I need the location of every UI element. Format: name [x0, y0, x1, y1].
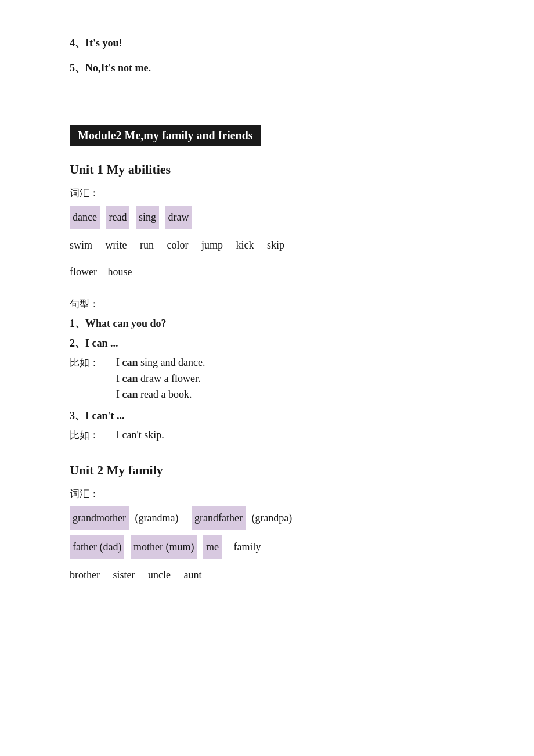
word-sister: sister [113, 564, 135, 585]
word-grandmother: grandmother [70, 506, 129, 530]
unit-1-header: Unit 1 My abilities [70, 162, 464, 177]
sp3-text: I can't ... [85, 410, 125, 422]
unit-2-header: Unit 2 My family [70, 463, 464, 478]
vocab-row-underlined: flower house [70, 261, 464, 282]
word-family: family [233, 537, 261, 557]
word-aunt: aunt [183, 564, 201, 585]
example-cant-row: 比如： I can't skip. [70, 429, 464, 442]
word-grandpa: (grandpa) [251, 507, 292, 528]
word-sing: sing [136, 206, 159, 229]
vocab-row-highlighted: dance read sing draw [70, 206, 464, 229]
unit2-vocab-row-1: grandmother (grandma) grandfather (grand… [70, 506, 464, 530]
number-4: 4 [70, 37, 75, 49]
example-row-1: 比如： I can sing and dance. [70, 356, 464, 369]
sp1-number: 1 [70, 318, 75, 329]
unit2-vocab-row-2: father (dad) mother (mum) me family [70, 535, 464, 559]
sp1-text: What can you do? [85, 318, 167, 329]
word-run: run [140, 235, 154, 255]
sentence-pattern-label: 句型： [70, 297, 464, 311]
word-read: read [106, 206, 129, 229]
sentence-pattern-1: 1、What can you do? [70, 316, 464, 330]
sp2-number: 2 [70, 337, 75, 349]
example-row-3: I can read a book. [70, 388, 464, 401]
word-write: write [106, 235, 127, 255]
word-grandfather: grandfather [192, 506, 246, 530]
word-jump: jump [201, 235, 223, 255]
vocab-label-1: 词汇： [70, 186, 464, 200]
example-block-cant: 比如： I can't skip. [70, 429, 464, 442]
biruo-label-2: 比如： [70, 429, 104, 442]
word-color: color [167, 235, 189, 255]
sentence-5-text: No,It's not me. [85, 62, 151, 74]
word-father-dad: father (dad) [70, 535, 124, 559]
example-row-2: I can draw a flower. [70, 373, 464, 385]
word-me: me [203, 535, 222, 559]
word-brother: brother [70, 564, 100, 585]
sp3-number: 3 [70, 410, 75, 422]
top-sentence-4: 4、It's you! [70, 35, 464, 52]
vocab-label-2: 词汇： [70, 487, 464, 501]
example-block-can: 比如： I can sing and dance. I can draw a f… [70, 356, 464, 401]
sentence-pattern-2: 2、I can ... [70, 336, 464, 350]
biruo-label: 比如： [70, 356, 104, 369]
vocab-row-plain: swim write run color jump kick skip [70, 235, 464, 255]
sp2-text: I can ... [85, 337, 118, 349]
word-skip: skip [267, 235, 284, 255]
word-grandma: (grandma) [135, 507, 178, 528]
example-1-text: I can sing and dance. [116, 357, 205, 369]
word-draw: draw [165, 206, 192, 229]
word-uncle: uncle [148, 564, 171, 585]
number-5: 5 [70, 62, 75, 74]
word-swim: swim [70, 235, 92, 255]
word-flower: flower [70, 266, 97, 278]
sentence-pattern-3: 3、I can't ... [70, 409, 464, 423]
word-kick: kick [236, 235, 254, 255]
word-dance: dance [70, 206, 100, 229]
example-cant-text: I can't skip. [116, 429, 164, 441]
word-house: house [107, 266, 132, 278]
word-mother-mum: mother (mum) [131, 535, 197, 559]
unit2-vocab-row-3: brother sister uncle aunt [70, 564, 464, 585]
module-header: Module2 Me,my family and friends [70, 125, 261, 146]
top-sentence-5: 5、No,It's not me. [70, 60, 464, 77]
sentence-4-text: It's you! [85, 37, 122, 49]
